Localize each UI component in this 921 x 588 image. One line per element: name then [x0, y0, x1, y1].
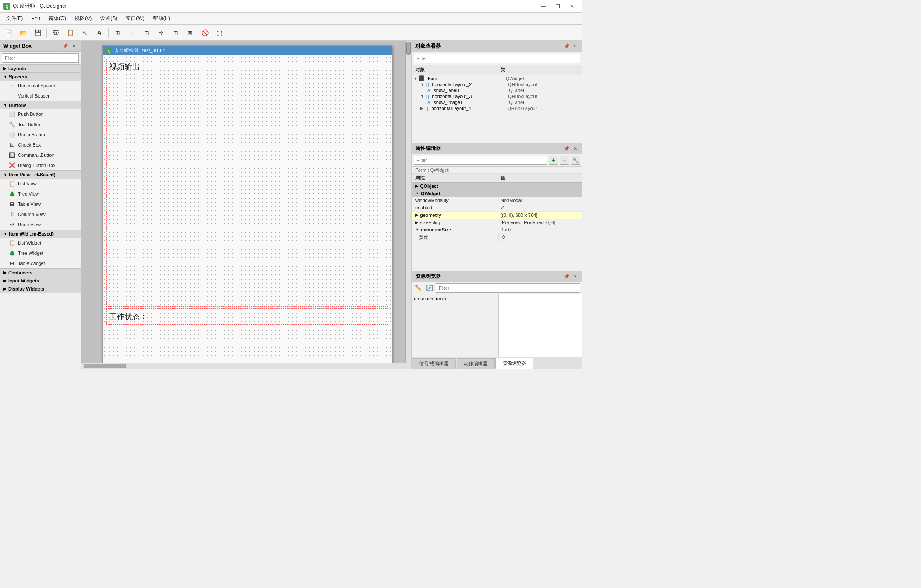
layout2-button[interactable]: ≡: [125, 26, 139, 39]
widget-listview[interactable]: 📋 List View: [0, 179, 81, 189]
category-containers[interactable]: ▶ Containers: [0, 268, 81, 277]
prop-row-sizepolicy[interactable]: ▶ sizePolicy [Preferred, Preferred, 0, 0…: [412, 219, 582, 226]
canvas-form-section[interactable]: [106, 77, 388, 307]
layout8-button[interactable]: ⬚: [212, 26, 226, 39]
minimize-button[interactable]: —: [537, 2, 550, 11]
widget-tablewidget[interactable]: ⊞ Table Widget: [0, 258, 81, 268]
widget-checkbox[interactable]: ☑ Check Box: [0, 140, 81, 150]
menu-help[interactable]: 帮助(H): [149, 13, 175, 24]
prop-config-btn[interactable]: 🔧: [571, 156, 580, 165]
open-button[interactable]: 📂: [16, 26, 30, 39]
layout4-button[interactable]: ✛: [154, 26, 168, 39]
prop-add-btn[interactable]: +: [549, 156, 558, 165]
res-refresh-btn[interactable]: 🔄: [425, 283, 434, 293]
category-displaywidgets[interactable]: ▶ Display Widgets: [0, 285, 81, 293]
widget-treeview[interactable]: 🌲 Tree View: [0, 189, 81, 199]
category-buttons[interactable]: ▼ Buttons: [0, 101, 81, 109]
category-itemwidm[interactable]: ▼ Item Wid...m-Based): [0, 230, 81, 238]
resource-browser-pin[interactable]: 📌: [563, 273, 570, 280]
layout5-button[interactable]: ⊡: [169, 26, 182, 39]
prop-row-geometry[interactable]: ▶ geometry [(0, 0), 680 x 764]: [412, 212, 582, 219]
widget-undoview[interactable]: ↩ Undo View: [0, 219, 81, 230]
object-inspector-close[interactable]: ✕: [572, 43, 579, 50]
widget-treewidget[interactable]: 🌲 Tree Widget: [0, 248, 81, 258]
new-button[interactable]: 📄: [2, 26, 15, 39]
canvas-vscroll-thumb[interactable]: [406, 42, 411, 55]
hlayout2-arrow[interactable]: ▼: [420, 82, 424, 86]
close-button[interactable]: ✕: [566, 2, 579, 11]
menu-file[interactable]: 文件(F): [2, 13, 27, 24]
sizepolicy-arrow[interactable]: ▶: [415, 220, 418, 225]
preview-button[interactable]: 🖼: [49, 26, 63, 39]
hlayout3-arrow[interactable]: ▼: [420, 94, 424, 98]
layout6-button[interactable]: ⊠: [183, 26, 197, 39]
layout1-button[interactable]: ⊞: [111, 26, 125, 39]
geometry-arrow[interactable]: ▶: [415, 213, 418, 217]
category-itemviewel[interactable]: ▼ Item View...el-Based): [0, 170, 81, 179]
obj-row-hlayout2[interactable]: ▼ ||| horizontalLayout_2 QHBoxLayout: [412, 81, 582, 87]
obj-row-hlayout3[interactable]: ▼ ||| horizontalLayout_3 QHBoxLayout: [412, 93, 582, 99]
widget-pushbutton[interactable]: ⬜ Push Button: [0, 109, 81, 119]
menu-window[interactable]: 窗体(O): [44, 13, 70, 24]
obj-row-form[interactable]: ▼ ⬛ Form QWidget: [412, 75, 582, 81]
category-inputwidgets[interactable]: ▶ Input Widgets: [0, 277, 81, 285]
form-window-body[interactable]: 视频输出： 工作状态：: [103, 55, 392, 363]
canvas-vscroll[interactable]: [405, 41, 411, 363]
property-editor-pin[interactable]: 📌: [563, 145, 570, 152]
object-inspector-pin[interactable]: 📌: [563, 43, 570, 50]
layout7-button[interactable]: 🚫: [198, 26, 211, 39]
tab-signals[interactable]: 信号/槽编辑器: [412, 358, 456, 369]
layout3-button[interactable]: ⊟: [140, 26, 154, 39]
prop-group-qwidget[interactable]: ▼ QWidget: [412, 190, 582, 197]
prop-remove-btn[interactable]: −: [560, 156, 569, 165]
save-button[interactable]: 💾: [31, 26, 44, 39]
widget-radiobutton[interactable]: ⚪ Radio Button: [0, 130, 81, 140]
label-tool-button[interactable]: A: [93, 26, 106, 39]
obj-row-hlayout4[interactable]: ▶ ||| horizontalLayout_4 QHBoxLayout: [412, 105, 582, 111]
category-layouts[interactable]: ▶ Layouts: [0, 64, 81, 72]
cursor-button[interactable]: ↖: [78, 26, 92, 39]
widget-hspacer[interactable]: ↔ Horizontal Spacer: [0, 81, 81, 91]
prop-row-width[interactable]: 宽度 0: [412, 233, 582, 242]
widget-vspacer[interactable]: ↕ Vertical Spacer: [0, 91, 81, 101]
resource-browser-close[interactable]: ✕: [572, 273, 579, 280]
tab-resources[interactable]: 资源浏览器: [495, 358, 533, 369]
widget-box-filter[interactable]: [2, 53, 79, 63]
menu-wnd[interactable]: 窗口(W): [122, 13, 148, 24]
menu-settings[interactable]: 设置(S): [96, 13, 122, 24]
canvas-hscroll[interactable]: [81, 363, 411, 369]
prop-row-enabled[interactable]: enabled ✓: [412, 204, 582, 212]
widget-box-close[interactable]: ✕: [70, 43, 77, 49]
prop-filter-input[interactable]: [414, 156, 547, 165]
menu-view[interactable]: 视图(V): [70, 13, 96, 24]
widget-columnview[interactable]: Ⅲ Column View: [0, 209, 81, 219]
widget-listwidget[interactable]: 📋 List Widget: [0, 238, 81, 248]
tab-actions[interactable]: 动作编辑器: [457, 358, 495, 369]
widget-commandbutton[interactable]: 🔲 Comman...Button: [0, 150, 81, 160]
preview2-button[interactable]: 📋: [64, 26, 77, 39]
obj-row-showlabel1[interactable]: A show_label1 QLabel: [412, 87, 582, 93]
prop-group-qobject[interactable]: ▶ QObject: [412, 182, 582, 190]
res-edit-btn[interactable]: ✏️: [414, 283, 423, 293]
prop-row-windowmodality[interactable]: windowModality NonModal: [412, 197, 582, 204]
res-tree[interactable]: <resource root>: [412, 294, 499, 357]
form-window: Q 安全帽检测 - test_ui1.ui* 视频输出： 工作状态：: [102, 45, 392, 363]
canvas-hscroll-thumb[interactable]: [84, 364, 126, 368]
res-filter-input[interactable]: [436, 283, 580, 293]
widget-box-controls: 📌 ✕: [62, 43, 77, 49]
menu-edit[interactable]: Edit: [27, 14, 44, 23]
widget-dialogbutton[interactable]: ❌ Dialog Button Box: [0, 160, 81, 170]
hlayout4-arrow[interactable]: ▶: [420, 106, 423, 110]
category-spacers[interactable]: ▼ Spacers: [0, 72, 81, 81]
widget-box-pin[interactable]: 📌: [62, 43, 69, 49]
prop-row-minimumsize[interactable]: ▼ minimumSize 0 x 0: [412, 226, 582, 233]
widget-tableview[interactable]: ⊞ Table View: [0, 199, 81, 209]
maximize-button[interactable]: ❐: [551, 2, 564, 11]
canvas-scroll[interactable]: Q 安全帽检测 - test_ui1.ui* 视频输出： 工作状态：: [81, 41, 411, 363]
minimumsize-arrow[interactable]: ▼: [415, 228, 419, 232]
property-editor-close[interactable]: ✕: [572, 145, 579, 152]
widget-toolbutton[interactable]: 🔧 Tool Button: [0, 119, 81, 130]
object-inspector-filter[interactable]: [414, 54, 580, 63]
obj-row-showimage1[interactable]: A show_image1 QLabel: [412, 99, 582, 105]
form-arrow[interactable]: ▼: [414, 76, 417, 81]
